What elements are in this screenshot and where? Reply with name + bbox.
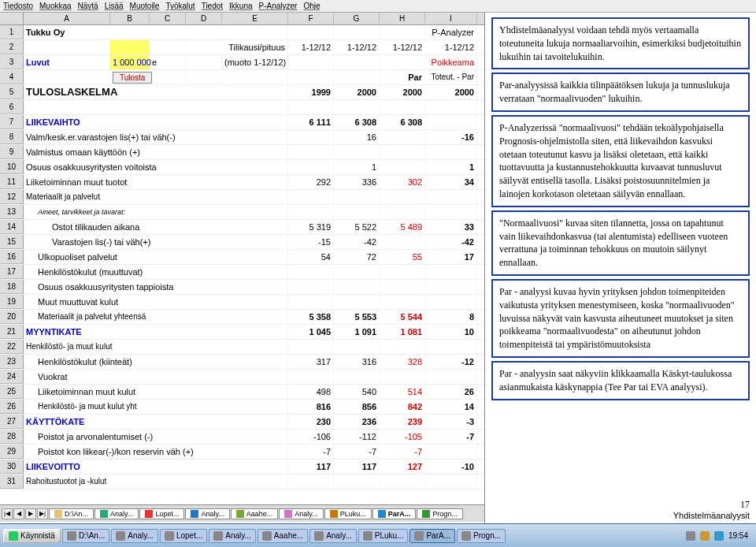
sheet-tab[interactable]: PLuku... <box>324 508 372 519</box>
cell[interactable] <box>425 145 477 159</box>
tab-prev-icon[interactable]: ◀ <box>13 508 24 519</box>
tab-next-icon[interactable]: ▶ <box>25 508 36 519</box>
cell[interactable] <box>334 474 380 489</box>
cell[interactable] <box>288 265 334 279</box>
colhead-g[interactable]: G <box>334 13 380 24</box>
cell[interactable]: 239 <box>380 415 425 429</box>
cell[interactable]: 2000 <box>334 85 380 99</box>
cell[interactable]: 6 308 <box>380 115 425 129</box>
cell[interactable] <box>288 100 334 114</box>
taskbar-item[interactable]: Analy... <box>209 529 256 543</box>
sheet-tab[interactable]: Analy... <box>185 508 229 519</box>
cell[interactable]: 540 <box>334 385 380 399</box>
table-row[interactable]: 5TULOSLASKELMA1999200020002000 <box>0 85 484 100</box>
cell[interactable] <box>150 40 186 54</box>
cell[interactable] <box>425 474 477 489</box>
cell[interactable]: 498 <box>288 385 334 399</box>
table-row[interactable]: 13Aineet, tarvikkeet ja tavarat: <box>0 205 484 220</box>
cell[interactable] <box>288 25 334 39</box>
sheet-tab[interactable]: Analy... <box>279 508 323 519</box>
table-row[interactable]: 22Henkilöstö- ja muut kulut <box>0 340 484 355</box>
colhead-a[interactable]: A <box>24 13 110 24</box>
cell[interactable]: -42 <box>425 235 477 249</box>
table-row[interactable]: 8Valm/kesk.er.varastojen lis(+) tai väh(… <box>0 130 484 145</box>
row-header[interactable]: 6 <box>0 100 24 114</box>
cell[interactable] <box>288 70 334 84</box>
table-row[interactable]: 10Osuus osakkuusyritysten voitoista11 <box>0 160 484 175</box>
table-row[interactable]: 27KÄYTTÖKATE230236239-3 <box>0 415 484 430</box>
cell[interactable] <box>288 295 334 309</box>
cell[interactable] <box>334 25 380 39</box>
start-button[interactable]: Käynnistä <box>3 529 61 543</box>
table-row[interactable]: 15Varastojen lis(-) tai väh(+)-15-42-42 <box>0 235 484 250</box>
cell[interactable]: 6 111 <box>288 115 334 129</box>
row-header[interactable]: 7 <box>0 115 24 129</box>
taskbar-item[interactable]: Aaahe... <box>258 529 308 543</box>
table-row[interactable]: 23Henkilöstökulut (kiinteät)317316328-12 <box>0 355 484 370</box>
cell[interactable] <box>380 280 425 294</box>
row-header[interactable]: 4 <box>0 70 24 84</box>
cell[interactable] <box>222 70 288 84</box>
table-row[interactable]: 25Liiketoiminnan muut kulut49854051426 <box>0 385 484 400</box>
cell[interactable] <box>425 265 477 279</box>
menu-tiedot[interactable]: Tiedot <box>202 2 223 10</box>
cell[interactable] <box>425 370 477 384</box>
taskbar-item[interactable]: PLuku... <box>358 529 409 543</box>
cell[interactable]: 2000 <box>425 85 477 99</box>
sheet-tab[interactable]: Progn... <box>417 508 463 519</box>
cell[interactable]: 17 <box>425 250 477 264</box>
sheet-body[interactable]: 1Tukku OyP-Analyzer2Tilikausi/pituus1-12… <box>0 25 484 504</box>
cell[interactable]: 1 <box>425 160 477 174</box>
taskbar-item[interactable]: ParA... <box>410 529 455 543</box>
cell[interactable]: -7 <box>425 430 477 444</box>
row-header[interactable]: 28 <box>0 430 24 444</box>
cell[interactable]: 1-12/12 <box>380 40 425 54</box>
cell[interactable] <box>186 55 222 69</box>
cell[interactable]: 5 522 <box>334 220 380 234</box>
cell[interactable] <box>288 205 334 219</box>
cell[interactable]: 1-12/12 <box>288 40 334 54</box>
colhead-e[interactable]: E <box>222 13 288 24</box>
cell[interactable]: 14 <box>425 400 477 414</box>
cell[interactable]: 1 000 000 <box>110 55 150 69</box>
cell[interactable] <box>150 70 186 84</box>
cell[interactable] <box>288 190 334 204</box>
tray-icon[interactable] <box>714 531 724 541</box>
cell[interactable] <box>334 340 380 354</box>
row-header[interactable]: 14 <box>0 220 24 234</box>
row-header[interactable]: 15 <box>0 235 24 249</box>
cell[interactable] <box>425 445 477 459</box>
cell[interactable]: 856 <box>334 400 380 414</box>
cell[interactable]: 5 358 <box>288 310 334 324</box>
cell[interactable]: 1-12/12 <box>425 40 477 54</box>
cell[interactable] <box>110 40 150 54</box>
cell[interactable]: 5 489 <box>380 220 425 234</box>
select-all[interactable] <box>0 13 24 24</box>
cell[interactable] <box>288 145 334 159</box>
row-header[interactable]: 8 <box>0 130 24 144</box>
cell[interactable]: 127 <box>380 460 425 474</box>
cell[interactable]: -7 <box>380 445 425 459</box>
row-header[interactable]: 18 <box>0 280 24 294</box>
row-header[interactable]: 31 <box>0 474 24 489</box>
system-tray[interactable]: 19:54 <box>681 531 753 541</box>
cell[interactable]: Poikkeama <box>425 55 477 69</box>
menu-nayta[interactable]: Näytä <box>78 2 98 10</box>
cell[interactable]: 5 553 <box>334 310 380 324</box>
tab-last-icon[interactable]: ▶| <box>37 508 48 519</box>
cell[interactable] <box>288 130 334 144</box>
cell[interactable] <box>288 55 334 69</box>
colhead-h[interactable]: H <box>380 13 425 24</box>
colhead-d[interactable]: D <box>186 13 222 24</box>
row-header[interactable]: 17 <box>0 265 24 279</box>
row-header[interactable]: 30 <box>0 460 24 474</box>
cell[interactable] <box>380 160 425 174</box>
cell[interactable]: 336 <box>334 175 380 189</box>
cell[interactable]: 16 <box>334 130 380 144</box>
row-header[interactable]: 19 <box>0 295 24 309</box>
cell[interactable]: 34 <box>425 175 477 189</box>
cell[interactable]: -7 <box>334 445 380 459</box>
table-row[interactable]: 7LIIKEVAIHTO6 1116 3086 308 <box>0 115 484 130</box>
cell[interactable]: P-Analyzer <box>425 25 477 39</box>
row-header[interactable]: 2 <box>0 40 24 54</box>
